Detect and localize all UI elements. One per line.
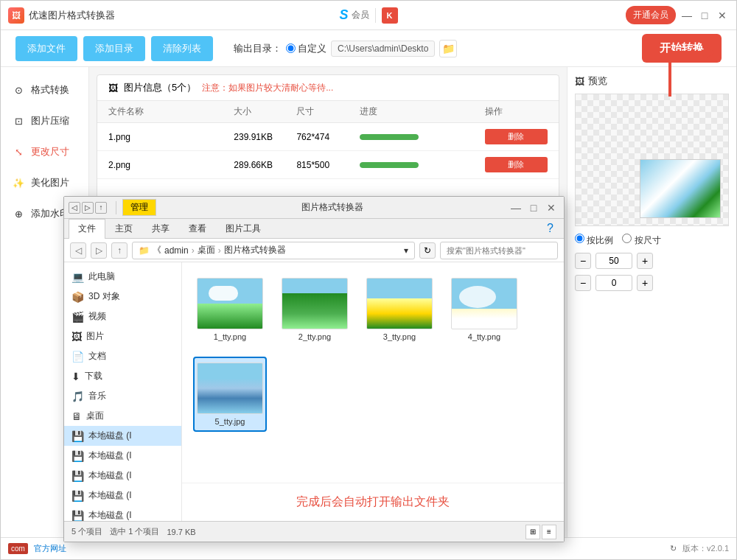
video-icon: 🎬 <box>71 311 84 323</box>
format-icon: ⊙ <box>12 83 25 97</box>
view-buttons: ⊞ ≡ <box>525 525 556 539</box>
vip-button[interactable]: 开通会员 <box>626 6 676 24</box>
row-name-1: 1.png <box>108 132 234 142</box>
refresh-button[interactable]: ↻ <box>419 242 436 259</box>
back-button[interactable]: ◁ <box>70 242 86 259</box>
start-convert-button[interactable]: 开始转换 <box>642 34 722 63</box>
maximize-button[interactable]: □ <box>698 9 711 22</box>
website-link[interactable]: 官方网址 <box>34 543 66 554</box>
explorer-minimize-btn[interactable]: — <box>508 200 524 216</box>
increment-btn-1[interactable]: + <box>637 253 653 269</box>
forward-button[interactable]: ▷ <box>91 242 107 259</box>
view-list-btn[interactable]: ≡ <box>542 525 556 539</box>
list-item[interactable]: 2_tty.png <box>278 273 352 346</box>
delete-btn-1[interactable]: 删除 <box>485 129 548 144</box>
sidebar-3d[interactable]: 📦 3D 对象 <box>64 287 181 307</box>
sidebar-disk-3[interactable]: 💾 本地磁盘 (I <box>64 466 181 486</box>
ratio-radio[interactable] <box>575 234 584 243</box>
exp-forward-btn[interactable]: ▷ <box>82 202 94 214</box>
sidebar-pictures[interactable]: 🖼 图片 <box>64 326 181 346</box>
ratio-label[interactable]: 按比例 <box>575 234 613 247</box>
ribbon-tabs: 文件 主页 共享 查看 图片工具 ? <box>64 219 564 238</box>
docs-icon: 📄 <box>71 351 84 363</box>
list-item[interactable]: 3_tty.png <box>363 273 436 346</box>
table-row: 2.png 289.66KB 815*500 删除 <box>97 151 559 179</box>
file-list-count: 图片信息（5个） <box>124 81 196 94</box>
sidebar-video[interactable]: 🎬 视频 <box>64 307 181 326</box>
delete-btn-2[interactable]: 删除 <box>485 157 548 172</box>
sidebar-docs[interactable]: 📄 文档 <box>64 346 181 366</box>
3d-label: 3D 对象 <box>88 290 120 303</box>
close-button[interactable]: ✕ <box>716 9 729 22</box>
sidebar-downloads[interactable]: ⬇ 下载 <box>64 366 181 386</box>
folder-browse-button[interactable]: 📁 <box>439 40 457 57</box>
file-table-header: 文件名称 大小 尺寸 进度 操作 <box>97 101 559 123</box>
file-name-3: 3_tty.png <box>383 332 416 341</box>
progress-bar-1 <box>360 134 419 140</box>
explorer-status: 5 个项目 选中 1 个项目 19.7 KB ⊞ ≡ <box>64 521 564 542</box>
up-button[interactable]: ↑ <box>111 242 128 259</box>
file-thumb-4 <box>451 278 517 329</box>
add-file-button[interactable]: 添加文件 <box>15 36 77 61</box>
resize-icon: ⤡ <box>12 145 25 158</box>
exp-up-btn[interactable]: ↑ <box>95 202 107 214</box>
manage-tab[interactable]: 管理 <box>122 199 156 216</box>
exp-back-btn[interactable]: ◁ <box>69 202 80 214</box>
clear-list-button[interactable]: 清除列表 <box>151 36 213 61</box>
sidebar-disk-1[interactable]: 💾 本地磁盘 (I <box>64 426 181 446</box>
add-dir-button[interactable]: 添加目录 <box>83 36 145 61</box>
sidebar-desktop[interactable]: 🖥 桌面 <box>64 406 181 426</box>
pc-icon: 💻 <box>71 271 84 283</box>
sidebar-this-pc[interactable]: 💻 此电脑 <box>64 267 181 287</box>
downloads-label: 下载 <box>85 370 102 382</box>
sidebar-music[interactable]: 🎵 音乐 <box>64 386 181 406</box>
disk5-label: 本地磁盘 (I <box>88 509 132 521</box>
logo-area: S 会员 <box>339 7 368 23</box>
sidebar-disk-2[interactable]: 💾 本地磁盘 (I <box>64 446 181 466</box>
view-grid-btn[interactable]: ⊞ <box>525 525 540 539</box>
sidebar-label-resize: 更改尺寸 <box>31 145 69 158</box>
main-app: 🖼 优速图片格式转换器 S 会员 K 开通会员 — □ ✕ 添加文件 添加目录 … <box>0 0 737 560</box>
increment-btn-2[interactable]: + <box>637 275 653 291</box>
preview-image <box>640 159 721 218</box>
list-item[interactable]: 4_tty.png <box>447 273 521 346</box>
size-label[interactable]: 按尺寸 <box>622 234 660 247</box>
minimize-button[interactable]: — <box>680 9 694 22</box>
help-btn[interactable]: ? <box>541 219 559 238</box>
status-size: 19.7 KB <box>167 528 195 536</box>
com-logo: com <box>8 543 28 554</box>
explorer-maximize-btn[interactable]: □ <box>525 200 542 216</box>
compress-icon: ⊡ <box>12 114 25 127</box>
explorer-close-btn[interactable]: ✕ <box>543 200 559 216</box>
sidebar-disk-5[interactable]: 💾 本地磁盘 (I <box>64 505 181 521</box>
stepper-input-1[interactable] <box>595 253 632 269</box>
explorer-files-area: 1_tty.png 2_tty.png 3_tty.png <box>182 262 564 521</box>
stepper-input-2[interactable] <box>595 275 632 291</box>
decrement-btn-2[interactable]: − <box>575 275 591 291</box>
ribbon-tab-home[interactable]: 主页 <box>105 219 142 239</box>
size-radio[interactable] <box>622 234 632 243</box>
list-item[interactable]: 1_tty.png <box>193 273 267 346</box>
file-list-warning: 注意：如果图片较大清耐心等待... <box>202 82 333 94</box>
sidebar-item-compress[interactable]: ⊡ 图片压缩 <box>1 105 88 136</box>
sidebar-item-resize[interactable]: ⤡ 更改尺寸 <box>1 136 88 167</box>
ribbon-tab-share[interactable]: 共享 <box>142 219 179 239</box>
list-item[interactable]: 5_tty.jpg <box>193 357 267 432</box>
file-name-4: 4_tty.png <box>468 332 500 341</box>
sidebar-disk-4[interactable]: 💾 本地磁盘 (I <box>64 486 181 505</box>
search-input[interactable] <box>440 242 558 259</box>
ribbon-tab-imgtool[interactable]: 图片工具 <box>216 219 270 239</box>
radio-custom-input[interactable] <box>286 43 296 53</box>
ribbon-tab-view[interactable]: 查看 <box>179 219 216 239</box>
explorer-window: ◁ ▷ ↑ 管理 图片格式转换器 — □ ✕ 文件 主页 共享 查看 图片工具 … <box>63 196 565 542</box>
disk3-icon: 💾 <box>71 470 84 482</box>
explorer-title-bar: ◁ ▷ ↑ 管理 图片格式转换器 — □ ✕ <box>64 197 564 219</box>
decrement-btn-1[interactable]: − <box>575 253 591 269</box>
explorer-sidebar: 💻 此电脑 📦 3D 对象 🎬 视频 🖼 图片 📄 文档 <box>64 262 182 521</box>
address-path[interactable]: 📁 《 admin › 桌面 › 图片格式转换器 ▾ <box>132 242 415 259</box>
ribbon-tab-file[interactable]: 文件 <box>69 219 105 239</box>
sidebar-item-format[interactable]: ⊙ 格式转换 <box>1 74 88 105</box>
sidebar-item-beautify[interactable]: ✨ 美化图片 <box>1 167 88 198</box>
explorer-win-controls: — □ ✕ <box>508 200 559 216</box>
music-icon: 🎵 <box>71 391 84 402</box>
